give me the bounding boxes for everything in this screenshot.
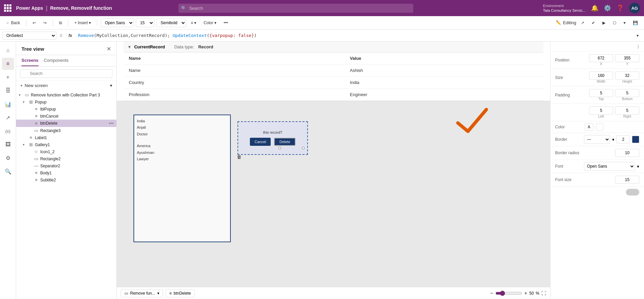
search-input[interactable] — [178, 4, 413, 13]
padding-bottom-input[interactable] — [615, 89, 639, 97]
play-button[interactable]: ▶ — [600, 19, 608, 27]
border-style-select[interactable]: — — [584, 135, 610, 144]
data-icon-btn[interactable]: 🗄 — [2, 85, 14, 97]
position-x-input[interactable] — [589, 54, 613, 62]
formula-input[interactable]: Remove(MyCollection,CurrentRecord); Upda… — [77, 32, 632, 39]
tree-popup-item[interactable]: ▾ ⊞ Popup — [16, 98, 116, 105]
tree-btn-cancel[interactable]: ▸ ≡ btnCancel — [16, 113, 116, 120]
collapse-arrow-icon[interactable]: ▼ — [127, 45, 131, 49]
settings-icon[interactable]: ⚙️ — [604, 4, 611, 12]
publish-button[interactable]: ⬡ — [610, 19, 619, 27]
subtitle2-label: Subtitle2 — [40, 178, 114, 182]
border-radius-input[interactable] — [615, 149, 639, 157]
tree-subtitle2[interactable]: ▸ ≡ Subtitle2 — [16, 176, 116, 183]
formula-remove-args: (MyCollection,CurrentRecord); — [94, 33, 173, 38]
zoom-plus-button[interactable]: + — [524, 290, 527, 296]
expand-button[interactable]: ⛶ — [541, 291, 546, 296]
btncancel-label: btnCancel — [40, 114, 114, 119]
notification-icon[interactable]: 🔔 — [591, 4, 598, 12]
undo-button[interactable]: ↩ — [30, 19, 39, 27]
delete-button[interactable]: Delete — [274, 138, 296, 146]
table-row: Name Ashish — [123, 65, 543, 77]
toolbar-sep-1 — [26, 19, 26, 26]
screen-tab[interactable]: ▭ Remove fun... ▾ — [121, 289, 163, 297]
new-screen-button[interactable]: + New screen ▾ — [16, 81, 116, 90]
save-button[interactable]: 💾 — [630, 19, 641, 27]
padding-lr-row: Padding Left Right — [550, 104, 644, 121]
three-dot-menu[interactable]: ••• — [109, 121, 114, 126]
text-align-button[interactable]: ≡ ▾ — [188, 19, 199, 27]
media-icon-btn[interactable]: 🖼 — [2, 138, 14, 151]
padding-right-input[interactable] — [615, 106, 639, 115]
current-record-title: CurrentRecord — [134, 44, 165, 49]
tree-sep2[interactable]: ▸ — Separator2 — [16, 162, 116, 169]
canvas-area: ▼ CurrentRecord Data type: Record Name V… — [117, 42, 550, 299]
insert-icon-btn[interactable]: + — [2, 71, 14, 83]
border-color-swatch[interactable] — [632, 136, 639, 143]
tree-rect3[interactable]: ▸ ▭ Rectangle3 — [16, 127, 116, 134]
fx-button[interactable]: fx — [66, 32, 75, 39]
routes-icon-btn[interactable]: ↗ — [2, 112, 14, 124]
tree-body1[interactable]: ▸ ≡ Body1 — [16, 169, 116, 176]
tree-search-input[interactable] — [20, 69, 112, 78]
btndelete-icon: ≡ — [34, 121, 39, 126]
tree-view-icon-btn[interactable]: ≡ — [2, 58, 14, 70]
position-y-input[interactable] — [615, 54, 639, 62]
width-input[interactable] — [589, 72, 613, 80]
redo-button[interactable]: ↪ — [41, 19, 49, 27]
tab-screens[interactable]: Screens — [21, 55, 39, 66]
tree-screen-item[interactable]: ▾ ▭ Remove function with Collection Part… — [16, 91, 116, 98]
copy-button[interactable]: ⧉ — [56, 19, 65, 27]
element-tab[interactable]: ≡ btnDelete — [166, 289, 195, 297]
toggle-switch[interactable] — [626, 189, 639, 196]
tree-gallery1[interactable]: ▾ ⊞ Gallery1 — [16, 141, 116, 148]
tree-icon1-2[interactable]: ▸ ☆ Icon1_2 — [16, 148, 116, 155]
avatar[interactable]: AG — [629, 3, 640, 13]
toolbar-more-button[interactable]: ▾ — [621, 19, 628, 27]
waffle-icon[interactable] — [4, 4, 11, 12]
settings-side-icon-btn[interactable]: ⚙ — [2, 152, 14, 164]
zoom-minus-button[interactable]: − — [490, 290, 493, 296]
tree-close-button[interactable]: ✕ — [107, 46, 111, 52]
formula-expand-button[interactable]: ▾ — [634, 32, 641, 39]
font-weight-select[interactable]: Semibold — [156, 18, 186, 27]
app-checker-button[interactable]: ✔ — [589, 19, 598, 27]
list-item: Ayushman — [137, 150, 227, 156]
color-button[interactable]: Color ▾ — [201, 19, 219, 27]
cancel-button[interactable]: Cancel — [250, 138, 271, 146]
row2-name: Profession — [123, 89, 344, 101]
share-button[interactable]: ↗ — [578, 19, 587, 27]
color-text-button[interactable]: A — [585, 123, 593, 131]
padding-top-input[interactable] — [589, 89, 613, 97]
tree-rect2[interactable]: ▸ ▭ Rectangle2 — [16, 155, 116, 162]
trash-icon[interactable]: 🗑 — [237, 154, 241, 160]
zoom-slider[interactable] — [495, 291, 522, 296]
tree-btn-delete[interactable]: ▸ ≡ btnDelete ••• — [16, 120, 116, 127]
border-width-input[interactable] — [616, 135, 630, 143]
padding-right-label: Right — [615, 115, 639, 118]
toolbar: ← Back ↩ ↪ ⧉ + Insert ▾ Open Sans 15 Sem… — [0, 16, 644, 30]
variables-icon-btn[interactable]: (x) — [2, 125, 14, 137]
font-size-input[interactable] — [615, 176, 639, 184]
search-bar[interactable]: 🔍 — [178, 4, 413, 13]
icon12-icon: ☆ — [34, 149, 39, 154]
help-icon[interactable]: ❓ — [616, 4, 624, 12]
color-fill-swatch[interactable] — [596, 123, 603, 131]
font-family-select[interactable]: Open Sans — [101, 18, 134, 27]
property-select[interactable]: OnSelect — [3, 32, 56, 40]
height-input[interactable] — [615, 72, 639, 80]
tab-components[interactable]: Components — [44, 55, 69, 66]
more-button[interactable]: ••• — [221, 19, 231, 27]
right-panel-collapse-button[interactable]: ⟩ — [635, 43, 641, 50]
tree-lbl-popup[interactable]: ▸ ≡ lblPopup — [16, 105, 116, 113]
padding-left-input[interactable] — [589, 106, 613, 115]
home-icon-btn[interactable]: ⌂ — [2, 44, 14, 56]
search-side-icon-btn[interactable]: 🔍 — [2, 165, 14, 177]
font-size-select[interactable]: 15 — [136, 18, 154, 27]
rect3-label: Rectangle3 — [40, 128, 114, 133]
back-button[interactable]: ← Back — [3, 19, 23, 27]
insert-button[interactable]: + Insert ▾ — [72, 19, 94, 27]
tree-label1[interactable]: ▸ ≡ Label1 — [16, 134, 116, 141]
charts-icon-btn[interactable]: 📊 — [2, 98, 14, 110]
font-family-right-select[interactable]: Open Sans — [584, 162, 635, 171]
